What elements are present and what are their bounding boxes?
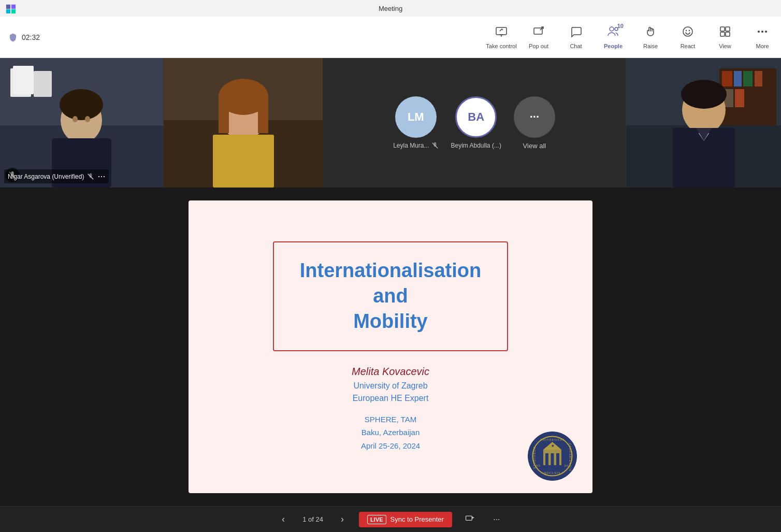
svg-rect-3 — [11, 9, 16, 13]
mute-icon-lm — [431, 142, 439, 149]
main-content-area: Internationalisation and Mobility Melita… — [0, 188, 781, 506]
slide-affiliation: University of Zagreb European HE Expert — [353, 380, 429, 405]
take-control-label: Take control — [486, 43, 516, 49]
people-label: People — [604, 43, 623, 49]
toolbar-right: Take control Pop out Chat — [483, 17, 781, 57]
svg-rect-62 — [551, 453, 554, 465]
svg-rect-45 — [743, 71, 753, 87]
presentation-slide: Internationalisation and Mobility Melita… — [189, 200, 592, 493]
prev-slide-button[interactable]: ‹ — [275, 511, 292, 528]
slide-title: Internationalisation and Mobility — [300, 258, 481, 335]
chat-label: Chat — [570, 43, 582, 49]
people-count-badge: 10 — [617, 23, 624, 29]
svg-point-19 — [761, 31, 763, 33]
svg-text:★: ★ — [551, 444, 555, 448]
window-title: Meeting — [379, 5, 402, 12]
university-logo: UNIVERSITAS MDCLXIX ★ STUDIORUM ZAGRABIE… — [528, 432, 577, 481]
toolbar: 02:32 Take control — [0, 17, 781, 58]
svg-rect-16 — [720, 32, 725, 36]
avatar-more-circle: ··· — [514, 96, 555, 138]
svg-text:ZAGRABIENSIS: ZAGRABIENSIS — [569, 443, 572, 472]
svg-point-28 — [60, 89, 103, 120]
avatars-panel: LM Leyla Mura... BA Beyim Abdulla (...) — [323, 58, 626, 188]
people-icon: 10 — [607, 25, 619, 41]
slide-count: 1 of 24 — [300, 515, 326, 523]
svg-rect-38 — [219, 97, 229, 133]
avatar-item-lm: LM Leyla Mura... — [393, 96, 438, 149]
view-all-button[interactable]: ··· View all — [514, 96, 555, 150]
svg-rect-48 — [735, 89, 744, 107]
svg-rect-14 — [720, 27, 725, 31]
avatar-item-ba: BA Beyim Abdulla (...) — [451, 96, 501, 149]
view-all-label: View all — [523, 142, 546, 150]
svg-rect-24 — [13, 66, 34, 94]
take-control-icon — [495, 25, 508, 41]
sync-label: Sync to Presenter — [390, 515, 444, 523]
svg-text:SIS: SIS — [536, 465, 541, 467]
pop-out-label: Pop out — [529, 43, 548, 49]
participant-options-p1[interactable]: ··· — [97, 171, 105, 182]
react-button[interactable]: React — [669, 17, 706, 58]
svg-rect-17 — [726, 32, 730, 36]
take-control-button[interactable]: Take control — [483, 17, 520, 58]
more-slide-options-button[interactable]: ··· — [487, 510, 506, 529]
sync-to-presenter-button[interactable]: LIVE Sync to Presenter — [359, 512, 452, 527]
chat-button[interactable]: Chat — [557, 17, 595, 58]
participant-name-p1: Nigar Asgarova (Unverified) ··· — [4, 169, 109, 183]
avatar-ba: BA — [455, 96, 497, 138]
svg-point-11 — [683, 27, 692, 36]
svg-rect-43 — [722, 71, 732, 87]
svg-text:UNIVERSITAS: UNIVERSITAS — [540, 438, 565, 441]
svg-text:SIS: SIS — [565, 465, 569, 467]
svg-point-13 — [689, 30, 690, 31]
svg-text:MDCLXIX: MDCLXIX — [544, 471, 561, 475]
slide-title-box: Internationalisation and Mobility — [273, 241, 508, 351]
pop-out-button[interactable]: Pop out — [520, 17, 557, 58]
raise-button[interactable]: Raise — [632, 17, 669, 58]
svg-rect-4 — [496, 27, 507, 35]
avatars-row: LM Leyla Mura... BA Beyim Abdulla (...) — [393, 96, 555, 150]
slide-event: SPHERE, TAM Baku, Azerbaijan April 25-26… — [361, 413, 420, 453]
more-icon — [756, 25, 769, 41]
university-logo-container: UNIVERSITAS MDCLXIX ★ STUDIORUM ZAGRABIE… — [528, 432, 577, 483]
shield-icon — [8, 33, 18, 42]
raise-icon — [644, 25, 657, 41]
slide-main-area: Internationalisation and Mobility Melita… — [209, 241, 572, 453]
svg-rect-25 — [34, 71, 52, 97]
app-logo — [5, 3, 17, 14]
svg-point-30 — [85, 116, 90, 122]
view-button[interactable]: View — [706, 17, 744, 58]
svg-point-55 — [681, 80, 727, 109]
avatar-name-lm: Leyla Mura... — [393, 142, 438, 149]
svg-rect-36 — [213, 135, 274, 188]
svg-rect-66 — [556, 460, 558, 465]
svg-point-29 — [73, 116, 78, 122]
svg-rect-72 — [466, 516, 472, 520]
svg-rect-0 — [6, 5, 10, 9]
meeting-timer: 02:32 — [22, 33, 40, 41]
avatar-lm: LM — [395, 96, 437, 138]
svg-rect-65 — [546, 460, 548, 465]
video-participant-4 — [626, 58, 781, 188]
video-participant-2 — [163, 58, 323, 188]
more-button[interactable]: More — [744, 17, 781, 58]
react-label: React — [681, 43, 696, 49]
svg-rect-15 — [726, 27, 730, 31]
more-label: More — [756, 43, 769, 49]
view-icon — [719, 25, 731, 41]
popout-slide-button[interactable] — [460, 510, 479, 529]
react-icon — [682, 25, 694, 41]
svg-point-18 — [758, 31, 760, 33]
svg-line-8 — [540, 27, 543, 30]
svg-point-12 — [686, 30, 687, 31]
more-slide-icon: ··· — [493, 515, 500, 524]
slide-author: Melita Kovacevic — [352, 366, 429, 378]
pop-out-icon — [532, 25, 545, 41]
raise-label: Raise — [643, 43, 658, 49]
live-badge: LIVE — [367, 515, 386, 524]
next-slide-button[interactable]: › — [334, 511, 351, 528]
view-label: View — [719, 43, 731, 49]
chat-icon — [570, 25, 582, 41]
people-button[interactable]: 10 People — [595, 17, 632, 58]
svg-rect-1 — [11, 5, 16, 9]
